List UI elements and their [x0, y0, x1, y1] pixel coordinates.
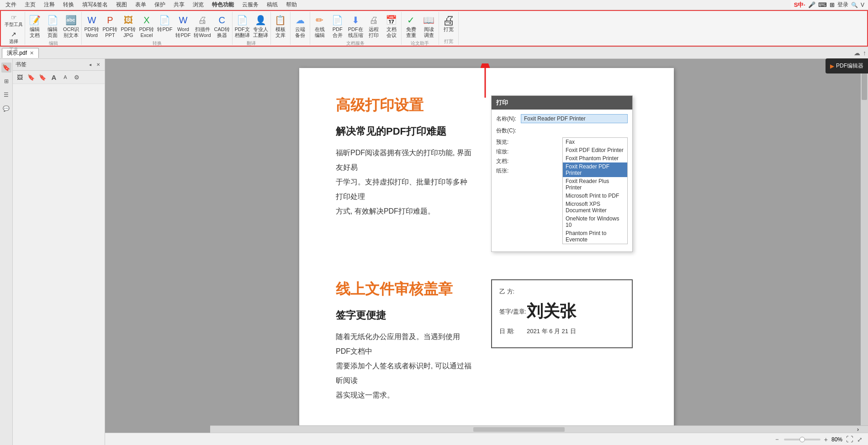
pro-translate-label: 专业人工翻译 [253, 26, 268, 38]
ocr-btn[interactable]: 🔤 OCR识别文本 [62, 13, 80, 39]
bookmark-nav-icon[interactable]: 🔖 [1, 63, 11, 73]
fullscreen-btn[interactable]: ⛶ [846, 435, 853, 444]
fit-page-btn[interactable]: ⤢ [857, 436, 863, 443]
annotation-nav-icon[interactable]: 💬 [1, 104, 11, 114]
print-group-label: 打宽 [440, 37, 457, 45]
menu-annotation[interactable]: 注释 [40, 0, 58, 10]
doc-meeting-btn[interactable]: 📅 文档会议 [383, 13, 400, 39]
edit-doc-btn[interactable]: 📝 编辑文档 [26, 13, 43, 39]
sidebar-tool-add2[interactable]: 🔖 [37, 72, 48, 82]
menu-form[interactable]: 表单 [132, 0, 150, 10]
pdf-translate-btn[interactable]: 📄 PDF文档翻译 [233, 13, 251, 39]
zoom-out-btn[interactable]: － [774, 435, 780, 444]
hand-icon: ☞ [11, 14, 17, 21]
hscroll-right-arrow[interactable]: › [857, 426, 859, 433]
pdf-compress-icon: ⬇ [349, 14, 362, 26]
printer-foxit-editor[interactable]: Foxit PDF Editor Printer [563, 146, 627, 154]
cloud-sync-icon[interactable]: ☁ [854, 49, 860, 57]
docservice-label: 论文助手 [402, 39, 438, 47]
sidebar-tool-add[interactable]: 🔖 [26, 72, 36, 82]
thumbnail-nav-icon[interactable]: ⊞ [1, 76, 11, 86]
to-pdf-btn[interactable]: 📄 转PDF [156, 13, 174, 33]
pdf-to-excel-btn[interactable]: X PDF转Excel [138, 13, 155, 39]
menu-help[interactable]: 帮助 [282, 0, 301, 10]
print-copies-row: 份数(C): [496, 126, 628, 135]
cad-btn[interactable]: C CAD转换器 [213, 13, 231, 39]
sig-name-row: 签字/盖章: 刘关张 [499, 300, 625, 323]
grid-icon[interactable]: ⊞ [830, 1, 835, 8]
print-name-value[interactable]: Foxit Reader PDF Printer [521, 114, 628, 123]
printer-onenote[interactable]: OneNote for Windows 10 [563, 215, 627, 229]
menu-convert[interactable]: 转换 [59, 0, 78, 10]
printer-foxit-phantom[interactable]: Foxit Phantom Printer [563, 154, 627, 162]
menu-protect[interactable]: 保护 [151, 0, 169, 10]
menu-fill-sign[interactable]: 填写&签名 [79, 0, 111, 10]
hscrollbar-thumb[interactable] [473, 427, 565, 432]
hand-tool-btn[interactable]: ☞ 手型工具 [4, 13, 24, 29]
menu-share[interactable]: 共享 [170, 0, 188, 10]
menu-browse[interactable]: 浏览 [189, 0, 207, 10]
ribbon-group-print: 🖨 打宽 打宽 [439, 12, 459, 45]
print-main-btn[interactable]: 🖨 打宽 [440, 13, 457, 33]
sidebar-tool-font-up[interactable]: A [49, 72, 59, 82]
edit-page-btn[interactable]: 📄 编辑页面 [44, 13, 61, 39]
menu-home[interactable]: 主页 [21, 0, 39, 10]
pdf-to-word-icon: W [85, 14, 98, 26]
pdf-to-word-btn[interactable]: W PDF转Word [83, 13, 101, 39]
pdf-to-ppt-btn[interactable]: P PDF转PPT [101, 13, 119, 39]
top-right-bar: S中· 🎤 ⌨ ⊞ 登录 🔍 V [790, 0, 868, 10]
pdf-merge-btn[interactable]: 📄 PDF合并 [329, 13, 346, 39]
ribbon-group-docservice: ✓ 免费查重 📖 阅读调查 论文助手 [402, 12, 439, 45]
pdf-editor-label[interactable]: ▶ PDF编辑器 [826, 58, 868, 73]
remote-print-btn[interactable]: 🖨 远程打印 [365, 13, 382, 39]
sidebar-tool-font-down[interactable]: A [60, 72, 70, 82]
free-check-label: 免费查重 [406, 26, 416, 38]
pdf-to-jpg-btn[interactable]: 🖼 PDF转JPG [119, 13, 137, 39]
vertical-scrollbar[interactable] [861, 59, 868, 445]
template-btn[interactable]: 📋 模板文库 [272, 13, 289, 39]
sidebar-tool-settings[interactable]: ⚙ [72, 72, 82, 82]
pdf-compress-btn[interactable]: ⬇ PDF在线压缩 [347, 13, 365, 39]
read-check-label: 阅读调查 [424, 26, 434, 38]
zoom-in-btn[interactable]: + [824, 436, 828, 443]
printer-ms-pdf[interactable]: Microsoft Print to PDF [563, 192, 627, 200]
menu-file[interactable]: 文件 [2, 0, 20, 10]
printer-ms-xps[interactable]: Microsoft XPS Document Writer [563, 200, 627, 215]
sig-date-label: 日 期: [499, 327, 527, 335]
menu-cloud[interactable]: 云服务 [238, 0, 262, 10]
search-icon[interactable]: 🔍 [851, 2, 858, 8]
mic-icon[interactable]: 🎤 [808, 1, 815, 8]
window-size-btn[interactable]: V [861, 2, 864, 8]
word-to-pdf-btn[interactable]: W Word转PDF [174, 13, 192, 39]
edit-label: 编辑 [26, 39, 80, 47]
cloud-backup-btn[interactable]: ☁ 云端备份 [291, 13, 309, 39]
tab-close-btn[interactable]: ✕ [30, 50, 34, 56]
printer-foxit-reader-plus[interactable]: Foxit Reader Plus Printer [563, 177, 627, 192]
pro-translate-btn[interactable]: 👤 专业人工翻译 [252, 13, 270, 39]
printer-foxit-reader[interactable]: Foxit Reader PDF Printer [563, 162, 627, 177]
sidebar-tool-thumbnail[interactable]: 🖼 [15, 72, 25, 82]
free-check-btn[interactable]: ✓ 免费查重 [402, 13, 420, 39]
zoom-slider-track[interactable] [784, 439, 820, 440]
cad-icon: C [216, 14, 228, 26]
word-to-pdf-label: Word转PDF [175, 26, 191, 38]
sidebar-close-btn[interactable]: ✕ [95, 61, 102, 68]
horizontal-scrollbar[interactable]: › [210, 425, 868, 433]
zoom-slider-thumb[interactable] [799, 437, 805, 442]
scan-word-btn[interactable]: 🖨 扫描件转Word [192, 13, 212, 39]
select-tool-btn[interactable]: ↗ 选择 [4, 30, 24, 46]
printer-list[interactable]: Fax Foxit PDF Editor Printer Foxit Phant… [562, 137, 628, 244]
printer-fax[interactable]: Fax [563, 138, 627, 146]
read-check-btn[interactable]: 📖 阅读调查 [420, 13, 438, 39]
menu-special[interactable]: 特色功能 [208, 0, 238, 10]
ribbon-group-translate: 📄 PDF文档翻译 👤 专业人工翻译 翻译 [233, 12, 271, 45]
printer-evernote[interactable]: Phantom Print to Evernote [563, 229, 627, 244]
sidebar-expand-btn[interactable]: ◂ [86, 61, 94, 68]
keyboard-icon[interactable]: ⌨ [818, 1, 827, 8]
menu-draft[interactable]: 稿纸 [263, 0, 281, 10]
online-edit-btn[interactable]: ✏ 在线编辑 [311, 13, 328, 39]
layers-nav-icon[interactable]: ☰ [1, 90, 11, 100]
signin-btn[interactable]: 登录 [837, 1, 848, 9]
menu-view[interactable]: 视图 [112, 0, 131, 10]
print-main-label: 打宽 [444, 26, 454, 32]
